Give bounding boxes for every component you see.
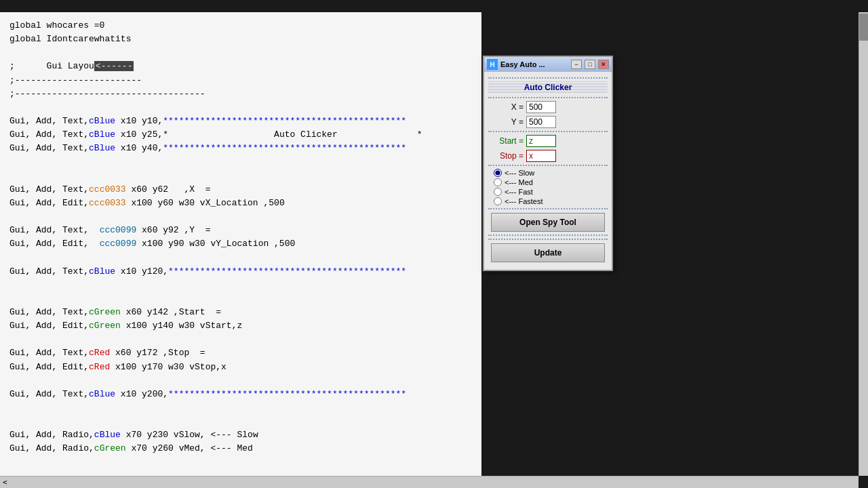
vertical-scrollbar[interactable]	[859, 12, 868, 476]
x-input[interactable]	[526, 101, 556, 113]
app-icon: H	[487, 59, 498, 70]
y-input[interactable]	[526, 116, 556, 128]
scrollbar-thumb[interactable]	[859, 14, 868, 41]
radio-r_slow[interactable]	[494, 169, 502, 177]
radio-label-r_slow: <--- Slow	[505, 169, 534, 177]
radio-r_med[interactable]	[494, 178, 502, 186]
section-header: Auto Clicker	[488, 81, 608, 94]
scroll-indicator: <	[0, 478, 7, 487]
radio-row-r_fast: <--- Fast	[494, 188, 602, 196]
separator-3	[488, 165, 608, 166]
radio-row-r_fastest: <--- Fastest	[494, 197, 602, 205]
editor-content: global whocares =0 global Idontcarewhati…	[9, 19, 472, 456]
window-title: Easy Auto ...	[500, 60, 568, 68]
separator-1	[488, 97, 608, 98]
radio-r_fastest[interactable]	[494, 197, 502, 205]
title-bar: H Easy Auto ... − □ ✕	[484, 57, 612, 72]
separator-2	[488, 131, 608, 132]
separator-4	[488, 208, 608, 209]
separator-6	[488, 239, 608, 240]
y-label: Y =	[490, 117, 524, 127]
radio-label-r_med: <--- Med	[505, 178, 533, 186]
separator-5	[488, 235, 608, 236]
radio-row-r_med: <--- Med	[494, 178, 602, 186]
stop-label: Stop =	[490, 151, 524, 161]
horizontal-scrollbar[interactable]: <	[0, 476, 859, 488]
close-button[interactable]: ✕	[598, 60, 609, 69]
start-field-row: Start =	[490, 135, 606, 147]
stop-input[interactable]	[526, 150, 556, 162]
x-field-row: X =	[490, 101, 606, 113]
radio-label-r_fastest: <--- Fastest	[505, 197, 543, 205]
radio-row-r_slow: <--- Slow	[494, 169, 602, 177]
x-label: X =	[490, 102, 524, 112]
window-content: Auto Clicker X = Y = Start = Stop = <---…	[484, 72, 612, 270]
spy-tool-button[interactable]: Open Spy Tool	[491, 213, 605, 232]
auto-clicker-window: H Easy Auto ... − □ ✕ Auto Clicker X = Y…	[483, 56, 613, 271]
speed-radios: <--- Slow<--- Med<--- Fast<--- Fastest	[488, 169, 608, 205]
start-input[interactable]	[526, 135, 556, 147]
maximize-button[interactable]: □	[585, 60, 595, 69]
code-editor[interactable]: global whocares =0 global Idontcarewhati…	[0, 12, 481, 476]
section-title: Auto Clicker	[524, 81, 572, 94]
stop-field-row: Stop =	[490, 150, 606, 162]
y-field-row: Y =	[490, 116, 606, 128]
radio-label-r_fast: <--- Fast	[505, 188, 533, 196]
minimize-button[interactable]: −	[571, 60, 582, 69]
top-separator	[488, 77, 608, 79]
update-button[interactable]: Update	[491, 243, 605, 262]
radio-r_fast[interactable]	[494, 188, 502, 196]
start-label: Start =	[490, 136, 524, 146]
